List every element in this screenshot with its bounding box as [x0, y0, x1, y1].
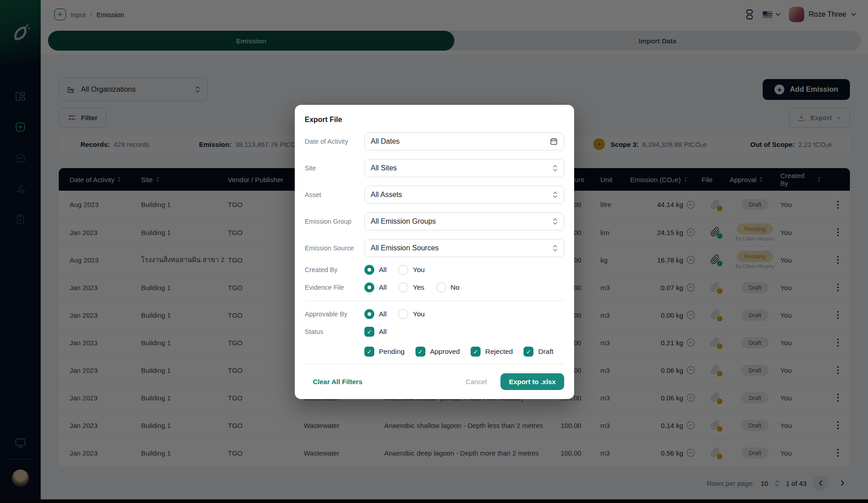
radio-option-label: All — [379, 283, 387, 291]
status-all-label: All — [379, 328, 387, 336]
radio-option-all[interactable]: All — [364, 282, 387, 292]
radio-option-all[interactable]: All — [364, 265, 387, 275]
radio-option-all[interactable]: All — [364, 309, 387, 319]
checkbox-checked-icon: ✓ — [471, 347, 481, 357]
export-file-modal: Export File Date of Activity All Dates S… — [295, 105, 574, 399]
radio-options: AllYesNo — [364, 282, 564, 292]
status-option-approved[interactable]: ✓Approved — [415, 347, 460, 357]
field-control[interactable]: All Emission Groups — [364, 212, 564, 230]
field-value: All Dates — [371, 137, 400, 146]
field-control[interactable]: All Sites — [364, 159, 564, 177]
field-value: All Emission Sources — [371, 244, 439, 252]
radio-group-row: Created By AllYou — [305, 265, 564, 275]
radio-group-label: Created By — [305, 266, 364, 273]
checkbox-checked-icon: ✓ — [364, 327, 374, 337]
status-options: ✓Pending✓Approved✓Rejected✓Draft — [364, 347, 564, 357]
clear-all-filters-link[interactable]: Clear All Filters — [313, 378, 362, 385]
modal-field-row: Asset All Assets — [305, 186, 564, 204]
checkbox-checked-icon: ✓ — [524, 347, 533, 357]
status-all-option[interactable]: ✓ All — [364, 327, 387, 337]
modal-field-row: Emission Source All Emission Sources — [305, 239, 564, 257]
checkbox-checked-icon: ✓ — [364, 347, 374, 357]
modal-title: Export File — [305, 116, 564, 124]
field-control[interactable]: All Assets — [364, 186, 564, 204]
modal-divider — [305, 364, 564, 364]
radio-option-label: All — [379, 266, 387, 274]
status-option-draft[interactable]: ✓Draft — [524, 347, 553, 357]
field-label: Emission Source — [305, 244, 364, 252]
radio-option-label: Yes — [413, 283, 424, 291]
radio-option-you[interactable]: You — [398, 265, 425, 275]
modal-field-row: Date of Activity All Dates — [305, 132, 564, 150]
radio-selected-icon — [364, 282, 374, 292]
radio-selected-icon — [364, 309, 374, 319]
modal-fields: Date of Activity All Dates Site All Site… — [305, 132, 564, 257]
status-option-label: Pending — [379, 348, 405, 356]
field-control[interactable]: All Dates — [364, 132, 564, 150]
chevrons-updown-icon — [552, 218, 558, 225]
chevrons-updown-icon — [552, 191, 558, 198]
radio-option-label: All — [379, 310, 387, 318]
modal-footer: Clear All Filters Cancel Export to .xlsx — [305, 373, 564, 390]
radio-option-label: No — [451, 283, 460, 291]
radio-unselected-icon — [398, 265, 408, 275]
modal-radio-groups-top: Created By AllYou Evidence File AllYesNo — [305, 265, 564, 292]
calendar-icon — [550, 137, 558, 146]
radio-option-you[interactable]: You — [398, 309, 425, 319]
radio-options: AllYou — [364, 265, 564, 275]
radio-unselected-icon — [398, 309, 408, 319]
field-label: Site — [305, 165, 364, 172]
status-all-row: Status ✓ All — [305, 327, 564, 337]
radio-unselected-icon — [436, 282, 446, 292]
chevrons-updown-icon — [552, 165, 558, 172]
status-options-row: ✓Pending✓Approved✓Rejected✓Draft — [305, 347, 564, 357]
chevrons-updown-icon — [552, 244, 558, 252]
radio-options: AllYou — [364, 309, 564, 319]
status-option-label: Rejected — [485, 348, 513, 356]
radio-option-yes[interactable]: Yes — [398, 282, 424, 292]
status-option-pending[interactable]: ✓Pending — [364, 347, 405, 357]
modal-radio-groups-bottom: Approvable By AllYou — [305, 309, 564, 319]
status-option-label: Draft — [538, 348, 553, 356]
radio-option-label: You — [413, 310, 425, 318]
status-label: Status — [305, 328, 364, 335]
modal-field-row: Site All Sites — [305, 159, 564, 177]
radio-group-row: Evidence File AllYesNo — [305, 282, 564, 292]
radio-group-label: Evidence File — [305, 284, 364, 291]
field-value: All Sites — [371, 164, 397, 172]
radio-group-row: Approvable By AllYou — [305, 309, 564, 319]
modal-divider — [305, 301, 564, 301]
radio-option-no[interactable]: No — [436, 282, 460, 292]
status-option-label: Approved — [430, 348, 460, 356]
status-option-rejected[interactable]: ✓Rejected — [471, 347, 513, 357]
field-label: Asset — [305, 191, 364, 198]
export-xlsx-button[interactable]: Export to .xlsx — [500, 373, 564, 390]
modal-field-row: Emission Group All Emission Groups — [305, 212, 564, 230]
field-control[interactable]: All Emission Sources — [364, 239, 564, 257]
radio-option-label: You — [413, 266, 425, 274]
field-value: All Assets — [371, 191, 402, 199]
checkbox-checked-icon: ✓ — [415, 347, 425, 357]
radio-group-label: Approvable By — [305, 310, 364, 318]
field-label: Emission Group — [305, 218, 364, 225]
field-label: Date of Activity — [305, 138, 364, 145]
cancel-button[interactable]: Cancel — [466, 378, 487, 385]
radio-unselected-icon — [398, 282, 408, 292]
radio-selected-icon — [364, 265, 374, 275]
field-value: All Emission Groups — [371, 217, 436, 226]
